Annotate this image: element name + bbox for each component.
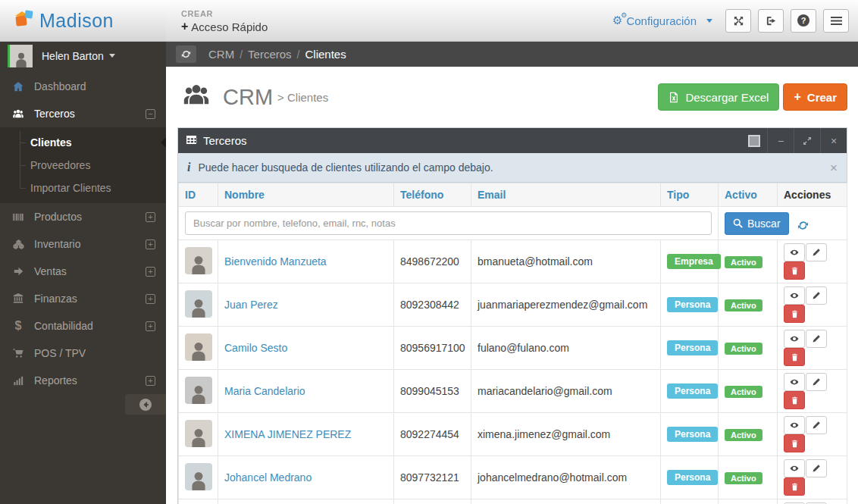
- delete-button[interactable]: [784, 305, 805, 323]
- eye-icon: [789, 377, 800, 387]
- panel-collapse-button[interactable]: −: [767, 128, 794, 153]
- sidebar-item-productos[interactable]: Productos +: [0, 203, 166, 230]
- actions-cell: [778, 499, 847, 504]
- view-button[interactable]: [784, 243, 805, 261]
- sign-out-icon: [766, 15, 777, 27]
- panel-expand-button[interactable]: [794, 128, 820, 153]
- tipo-badge: Persona: [667, 470, 718, 485]
- col-header-id[interactable]: ID: [179, 183, 218, 207]
- client-name-link[interactable]: Juan Perez: [224, 299, 278, 311]
- view-button[interactable]: [784, 373, 805, 391]
- table-row: Johancel Medrano8097732121johancelmedran…: [179, 456, 847, 499]
- edit-button[interactable]: [806, 243, 827, 261]
- col-header-activo[interactable]: Activo: [719, 183, 778, 207]
- panel-theme-button[interactable]: [741, 128, 767, 153]
- col-header-tipo[interactable]: Tipo: [661, 183, 719, 207]
- plus-icon: +: [794, 90, 800, 104]
- sidebar-item-importar-clientes[interactable]: Importar Clientes: [0, 177, 166, 199]
- client-avatar: [185, 377, 212, 404]
- trash-icon: [791, 396, 799, 405]
- user-menu[interactable]: Helen Barton: [0, 42, 166, 70]
- view-button[interactable]: [784, 330, 805, 348]
- sidebar-item-finanzas[interactable]: Finanzas +: [0, 285, 166, 312]
- sidebar-item-inventario[interactable]: Inventario +: [0, 230, 166, 258]
- help-button[interactable]: ?: [791, 9, 816, 33]
- edit-button[interactable]: [806, 286, 827, 305]
- sidebar-menu: Dashboard Terceros − Clientes Proveedore…: [0, 73, 166, 394]
- table-row: Distribudora Dominguez8095946583farmacia…: [179, 499, 847, 504]
- search-button[interactable]: Buscar: [725, 212, 789, 235]
- panel-controls: − ×: [741, 128, 847, 153]
- users-icon: [11, 108, 26, 120]
- delete-button[interactable]: [784, 477, 805, 496]
- logout-button[interactable]: [758, 9, 784, 33]
- edit-button[interactable]: [806, 373, 827, 391]
- pencil-icon: [812, 421, 821, 430]
- breadcrumb-terceros[interactable]: Terceros: [248, 48, 292, 61]
- view-button[interactable]: [784, 416, 805, 434]
- name-cell: Camilo Sesto: [218, 327, 394, 370]
- col-header-telefono[interactable]: Teléfono: [394, 183, 471, 207]
- col-header-email[interactable]: Email: [471, 183, 661, 207]
- table-grid-icon: [186, 134, 197, 148]
- sidebar-item-label: Contabilidad: [34, 320, 93, 332]
- delete-button[interactable]: [784, 391, 805, 409]
- sidebar-item-proveedores[interactable]: Proveedores: [0, 154, 166, 177]
- refresh-icon: [797, 220, 809, 231]
- edit-button[interactable]: [806, 459, 827, 477]
- client-avatar: [185, 463, 212, 490]
- actions-cell: [778, 327, 847, 370]
- delete-button[interactable]: [784, 261, 805, 280]
- crear-label: CREAR: [181, 9, 268, 18]
- table-refresh-button[interactable]: [797, 220, 809, 231]
- sidebar-item-clientes[interactable]: Clientes: [0, 131, 166, 154]
- quick-access-link[interactable]: + Acceso Rápido: [181, 20, 268, 33]
- config-dropdown[interactable]: ⚙⚙ Configuración: [612, 14, 712, 27]
- client-name-link[interactable]: Johancel Medrano: [224, 471, 312, 484]
- config-label: Configuración: [626, 14, 697, 27]
- col-header-acciones: Acciones: [778, 183, 847, 207]
- sidebar-item-reportes[interactable]: Reportes +: [0, 367, 166, 394]
- expand-plus-icon: +: [146, 239, 155, 249]
- download-excel-button[interactable]: Descargar Excel: [658, 83, 779, 111]
- sidebar-item-pos-tpv[interactable]: POS / TPV: [0, 340, 166, 367]
- phone-cell: 8095946583: [394, 499, 471, 504]
- sidebar-item-ventas[interactable]: Ventas +: [0, 258, 166, 285]
- delete-button[interactable]: [784, 348, 805, 366]
- menu-toggle-button[interactable]: [823, 9, 849, 33]
- search-input[interactable]: [185, 211, 712, 235]
- avatar-cell: [179, 283, 218, 327]
- delete-button[interactable]: [784, 434, 805, 452]
- client-name-link[interactable]: Maria Candelario: [224, 385, 305, 397]
- activo-badge: Activo: [725, 386, 762, 398]
- sidebar-collapse-button[interactable]: [125, 394, 166, 415]
- chevron-down-icon: [109, 54, 115, 58]
- avatar-cell: [179, 240, 218, 283]
- edit-button[interactable]: [806, 416, 827, 434]
- client-name-link[interactable]: Camilo Sesto: [224, 342, 287, 354]
- create-button[interactable]: + Crear: [783, 83, 847, 111]
- col-header-nombre[interactable]: Nombre: [218, 183, 394, 207]
- page-header: CRM > Clientes Descargar Excel + Crear: [166, 67, 858, 127]
- theme-square-icon: [748, 135, 760, 147]
- person-silhouette-icon: [12, 49, 30, 67]
- alert-close-icon[interactable]: ×: [830, 161, 838, 174]
- pencil-icon: [812, 248, 821, 257]
- fullscreen-button[interactable]: [725, 9, 751, 33]
- view-button[interactable]: [784, 286, 805, 305]
- name-cell: XIMENA JIMENEZ PEREZ: [218, 413, 394, 456]
- sidebar-item-dashboard[interactable]: Dashboard: [0, 73, 166, 100]
- breadcrumb-crm[interactable]: CRM: [208, 48, 234, 61]
- tipo-badge: Persona: [667, 340, 718, 355]
- edit-button[interactable]: [806, 330, 827, 348]
- brand-logo[interactable]: Madison: [0, 0, 166, 41]
- panel-close-button[interactable]: ×: [820, 128, 847, 153]
- eye-icon: [789, 464, 800, 473]
- sidebar-item-contabilidad[interactable]: $ Contabilidad +: [0, 312, 166, 340]
- view-button[interactable]: [784, 459, 805, 477]
- client-name-link[interactable]: XIMENA JIMENEZ PEREZ: [224, 428, 351, 440]
- client-name-link[interactable]: Bienvenido Manzueta: [224, 255, 327, 268]
- sidebar-item-terceros[interactable]: Terceros −: [0, 100, 166, 127]
- expand-plus-icon: +: [146, 212, 155, 222]
- refresh-page-button[interactable]: [176, 45, 196, 63]
